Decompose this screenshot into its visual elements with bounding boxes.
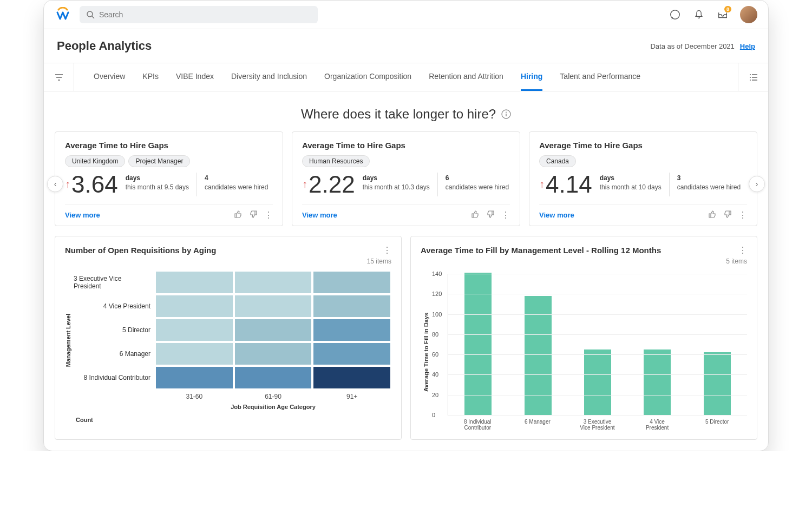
bar-x-label: 3 Executive Vice President (578, 419, 616, 431)
svg-point-10 (750, 80, 751, 81)
heatmap-cell[interactable] (312, 342, 391, 366)
filter-chip[interactable]: Canada (539, 155, 576, 167)
thumbs-up-icon[interactable] (471, 210, 480, 220)
y-tick: 120 (432, 291, 442, 297)
view-more-link[interactable]: View more (302, 211, 337, 219)
y-tick: 20 (432, 392, 438, 398)
top-bar: 8 (44, 1, 768, 29)
heatmap-cell[interactable] (312, 294, 391, 318)
metric-value: 2.22 (309, 173, 355, 196)
filter-chip[interactable]: Project Manager (128, 155, 190, 167)
search-icon (86, 10, 95, 19)
svg-point-2 (671, 10, 680, 19)
y-tick: 140 (432, 271, 442, 277)
app-logo[interactable] (55, 6, 71, 23)
card-title: Average Time to Hire Gaps (65, 141, 273, 150)
metric-value: 3.64 (71, 173, 118, 196)
metric-card: Average Time to Hire Gaps Canada ↑ 4.14 … (529, 131, 757, 226)
heatmap-x-axis-label: Job Requisition Age Category (155, 404, 391, 410)
tab-talent-and-performance[interactable]: Talent and Performance (560, 63, 640, 91)
card-title: Average Time to Hire Gaps (539, 141, 747, 150)
tab-overview[interactable]: Overview (94, 63, 125, 91)
heatmap-row-label: 5 Director (74, 318, 155, 342)
bar[interactable] (644, 349, 671, 415)
tab-organization-composition[interactable]: Organization Composition (324, 63, 411, 91)
bell-icon[interactable] (692, 8, 705, 21)
metric-count: 6candidates were hired (446, 173, 509, 192)
heatmap-y-axis-label: Management Level (63, 314, 74, 367)
charts-row: Number of Open Requisitions by Aging ⋮ 1… (44, 236, 768, 451)
info-icon[interactable] (501, 109, 511, 119)
heatmap-cell[interactable] (312, 366, 391, 390)
metric-count: 4candidates were hired (205, 173, 268, 192)
thumbs-up-icon[interactable] (708, 210, 717, 220)
heatmap-cell[interactable] (155, 318, 234, 342)
title-row: People Analytics Data as of December 202… (44, 29, 768, 63)
heatmap-cell[interactable] (234, 318, 313, 342)
filter-chip[interactable]: United Kingdom (65, 155, 125, 167)
inbox-icon[interactable]: 8 (716, 8, 729, 21)
heatmap-title: Number of Open Requisitions by Aging (65, 246, 216, 255)
heatmap-cell[interactable] (155, 342, 234, 366)
heatmap-col-label: 91+ (312, 390, 391, 400)
y-tick: 0 (432, 412, 435, 418)
heatmap-cell[interactable] (155, 366, 234, 390)
heatmap-legend-label: Count (76, 417, 391, 423)
tab-diversity-and-inclusion[interactable]: Diversity and Inclusion (231, 63, 307, 91)
trend-up-icon: ↑ (65, 178, 70, 190)
svg-point-8 (750, 77, 751, 78)
data-as-of: Data as of December 2021 (650, 42, 734, 50)
heatmap-row-label: 8 Individual Contributor (74, 366, 155, 390)
heatmap-cell[interactable] (234, 342, 313, 366)
heatmap-menu-icon[interactable]: ⋮ (383, 245, 391, 255)
search-input[interactable] (99, 10, 311, 19)
heatmap-row-label: 3 Executive Vice President (74, 271, 155, 294)
bar-x-label: 6 Manager (519, 419, 556, 431)
carousel-prev-button[interactable]: ‹ (47, 176, 63, 192)
tab-kpis[interactable]: KPIs (142, 63, 159, 91)
svg-point-13 (506, 112, 507, 113)
heatmap-cell[interactable] (234, 366, 313, 390)
view-more-link[interactable]: View more (65, 211, 100, 219)
filter-icon[interactable] (44, 63, 74, 91)
trend-up-icon: ↑ (302, 178, 307, 190)
bar[interactable] (704, 352, 731, 415)
heatmap-cell[interactable] (312, 318, 391, 342)
help-link[interactable]: Help (740, 42, 755, 50)
y-tick: 40 (432, 371, 438, 378)
tab-hiring[interactable]: Hiring (521, 63, 542, 91)
heatmap-cell[interactable] (312, 271, 391, 294)
list-view-icon[interactable] (738, 63, 768, 91)
thumbs-down-icon[interactable] (249, 210, 258, 220)
barchart-menu-icon[interactable]: ⋮ (738, 245, 747, 255)
tab-retention-and-attrition[interactable]: Retention and Attrition (429, 63, 503, 91)
heatmap-col-label: 61-90 (234, 390, 313, 400)
heatmap-col-label: 31-60 (155, 390, 234, 400)
chat-icon[interactable] (669, 8, 682, 21)
bar-x-label: 5 Director (698, 419, 736, 431)
avatar[interactable] (740, 6, 757, 23)
inbox-badge: 8 (724, 6, 731, 12)
svg-point-6 (750, 74, 751, 75)
y-tick: 80 (432, 331, 438, 338)
heatmap-cell[interactable] (234, 271, 313, 294)
card-menu-icon[interactable]: ⋮ (738, 210, 747, 220)
heatmap-cell[interactable] (155, 271, 234, 294)
heatmap-item-count: 15 items (65, 258, 391, 265)
view-more-link[interactable]: View more (539, 211, 574, 219)
card-menu-icon[interactable]: ⋮ (501, 210, 510, 220)
filter-chip[interactable]: Human Resources (302, 155, 370, 167)
search-box[interactable] (80, 6, 318, 23)
heatmap-cell[interactable] (155, 294, 234, 318)
thumbs-up-icon[interactable] (234, 210, 243, 220)
thumbs-down-icon[interactable] (486, 210, 495, 220)
page-title: People Analytics (57, 39, 152, 53)
thumbs-down-icon[interactable] (723, 210, 732, 220)
tab-vibe-index[interactable]: VIBE Index (176, 63, 214, 91)
card-menu-icon[interactable]: ⋮ (264, 210, 273, 220)
heatmap-cell[interactable] (234, 294, 313, 318)
barchart-item-count: 5 items (421, 258, 747, 265)
metric-detail: daysthis month at 10.3 days (363, 173, 430, 192)
carousel-next-button[interactable]: › (749, 176, 765, 192)
bar[interactable] (584, 349, 611, 415)
